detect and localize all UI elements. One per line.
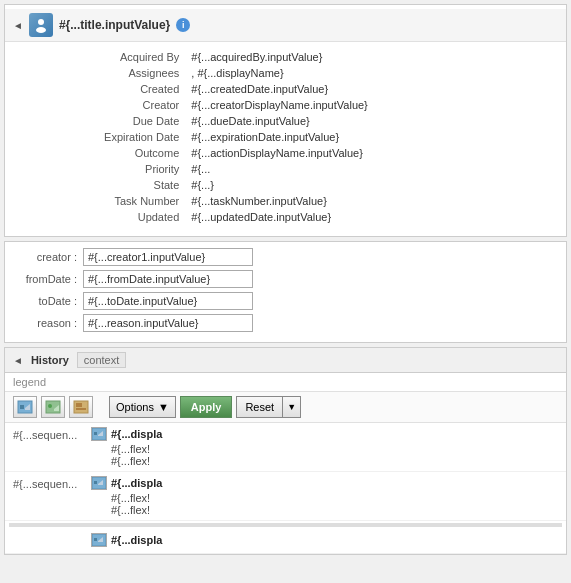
field-value: #{...actionDisplayName.inputValue}: [187, 146, 556, 160]
form-row: creator :: [13, 248, 558, 266]
history-separator: [9, 523, 562, 527]
bottom-header: ◄ History context: [5, 348, 566, 373]
history-details: #{...displa #{...flex!#{...flex!: [91, 427, 558, 467]
form-input[interactable]: [83, 248, 253, 266]
table-row: Priority#{...: [15, 162, 556, 176]
form-row: fromDate :: [13, 270, 558, 288]
history-disp: #{...displa: [91, 476, 558, 490]
field-label: State: [15, 178, 185, 192]
history-img-icon: [91, 533, 107, 547]
history-flex1: #{...flex!: [111, 492, 558, 504]
field-label: Updated: [15, 210, 185, 224]
form-input[interactable]: [83, 292, 253, 310]
form-label: creator :: [13, 251, 83, 263]
field-value: #{...acquiredBy.inputValue}: [187, 50, 556, 64]
field-value: #{...updatedDate.inputValue}: [187, 210, 556, 224]
fields-table: Acquired By#{...acquiredBy.inputValue}As…: [5, 42, 566, 232]
svg-rect-3: [20, 405, 24, 409]
field-label: Expiration Date: [15, 130, 185, 144]
field-label: Task Number: [15, 194, 185, 208]
field-label: Priority: [15, 162, 185, 176]
history-disp: #{...displa: [91, 427, 558, 441]
field-value: #{...: [187, 162, 556, 176]
reset-button[interactable]: Reset: [236, 396, 282, 418]
form-row: toDate :: [13, 292, 558, 310]
history-item: #{...sequen... #{...displa #{...flex!#{.…: [5, 423, 566, 472]
field-label: Outcome: [15, 146, 185, 160]
history-sequence: [13, 533, 83, 535]
table-row: Expiration Date#{...expirationDate.input…: [15, 130, 556, 144]
table-row: State#{...}: [15, 178, 556, 192]
table-row: Task Number#{...taskNumber.inputValue}: [15, 194, 556, 208]
middle-panel: creator : fromDate : toDate : reason :: [4, 241, 567, 343]
history-img-icon: [91, 476, 107, 490]
table-row: Assignees, #{...displayName}: [15, 66, 556, 80]
reset-group: Reset ▼: [236, 396, 301, 418]
context-tab[interactable]: context: [77, 352, 126, 368]
image-button-1[interactable]: [13, 396, 37, 418]
collapse-arrow-icon[interactable]: ◄: [13, 20, 23, 31]
table-row: Acquired By#{...acquiredBy.inputValue}: [15, 50, 556, 64]
table-row: Creator#{...creatorDisplayName.inputValu…: [15, 98, 556, 112]
history-list: #{...sequen... #{...displa #{...flex!#{.…: [5, 423, 566, 554]
svg-rect-9: [76, 403, 82, 407]
field-value: #{...createdDate.inputValue}: [187, 82, 556, 96]
history-details: #{...displa: [91, 533, 558, 549]
history-sequence: #{...sequen...: [13, 427, 83, 441]
history-sequence: #{...sequen...: [13, 476, 83, 490]
history-details: #{...displa #{...flex!#{...flex!: [91, 476, 558, 516]
form-row: reason :: [13, 314, 558, 332]
field-value: #{...creatorDisplayName.inputValue}: [187, 98, 556, 112]
image-button-2[interactable]: [41, 396, 65, 418]
table-row: Outcome#{...actionDisplayName.inputValue…: [15, 146, 556, 160]
history-flex2: #{...flex!: [111, 504, 558, 516]
field-value: #{...dueDate.inputValue}: [187, 114, 556, 128]
table-row: Updated#{...updatedDate.inputValue}: [15, 210, 556, 224]
bottom-panel: ◄ History context legend Options ▼ Apply…: [4, 347, 567, 555]
user-icon: [29, 13, 53, 37]
image-button-3[interactable]: [69, 396, 93, 418]
history-display-text: #{...displa: [111, 477, 162, 489]
svg-point-0: [38, 19, 44, 25]
table-row: Due Date#{...dueDate.inputValue}: [15, 114, 556, 128]
svg-point-6: [48, 404, 52, 408]
history-item: #{...sequen... #{...displa #{...flex!#{.…: [5, 472, 566, 521]
form-label: toDate :: [13, 295, 83, 307]
svg-rect-10: [76, 408, 86, 410]
field-value: #{...taskNumber.inputValue}: [187, 194, 556, 208]
field-value: #{...expirationDate.inputValue}: [187, 130, 556, 144]
svg-rect-12: [94, 432, 97, 435]
field-label: Acquired By: [15, 50, 185, 64]
field-label: Created: [15, 82, 185, 96]
history-item: #{...displa: [5, 529, 566, 554]
history-collapse-icon[interactable]: ◄: [13, 355, 23, 366]
field-value: #{...}: [187, 178, 556, 192]
history-title: History: [31, 354, 69, 366]
legend-bar: legend: [5, 373, 566, 392]
field-label: Assignees: [15, 66, 185, 80]
top-header: ◄ #{...title.inputValue} i: [5, 9, 566, 42]
history-display-text: #{...displa: [111, 428, 162, 440]
form-label: reason :: [13, 317, 83, 329]
form-label: fromDate :: [13, 273, 83, 285]
history-flex1: #{...flex!: [111, 443, 558, 455]
history-img-icon: [91, 427, 107, 441]
options-button[interactable]: Options ▼: [109, 396, 176, 418]
field-label: Due Date: [15, 114, 185, 128]
info-icon[interactable]: i: [176, 18, 190, 32]
svg-rect-15: [94, 481, 97, 484]
svg-rect-18: [94, 538, 97, 541]
field-value: , #{...displayName}: [187, 66, 556, 80]
history-toolbar: Options ▼ Apply Reset ▼: [5, 392, 566, 423]
table-row: Created#{...createdDate.inputValue}: [15, 82, 556, 96]
form-input[interactable]: [83, 314, 253, 332]
history-display-text: #{...displa: [111, 534, 162, 546]
field-label: Creator: [15, 98, 185, 112]
form-input[interactable]: [83, 270, 253, 288]
top-panel: ◄ #{...title.inputValue} i Acquired By#{…: [4, 4, 567, 237]
apply-button[interactable]: Apply: [180, 396, 233, 418]
reset-dropdown-button[interactable]: ▼: [282, 396, 301, 418]
panel-title: #{...title.inputValue}: [59, 18, 170, 32]
history-flex2: #{...flex!: [111, 455, 558, 467]
history-disp: #{...displa: [91, 533, 558, 547]
